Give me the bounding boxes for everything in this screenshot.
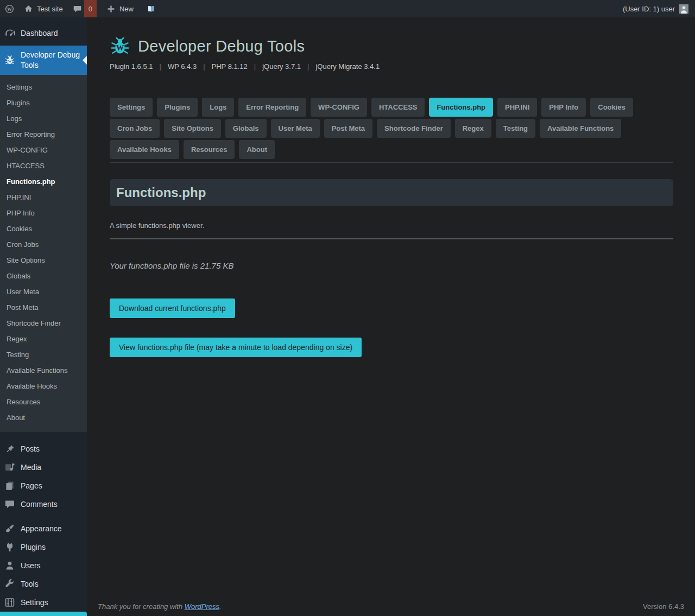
sidebar-item-dashboard[interactable]: Dashboard bbox=[0, 24, 87, 42]
tab-settings[interactable]: Settings bbox=[110, 98, 153, 117]
comment-count: 0 bbox=[89, 5, 92, 13]
collapse-menu-button[interactable]: Collapse menu bbox=[0, 612, 87, 616]
file-size-info: Your functions.php file is 21.75 KB bbox=[110, 261, 673, 270]
tab-error-reporting[interactable]: Error Reporting bbox=[238, 98, 306, 117]
docs-menu[interactable] bbox=[142, 0, 161, 17]
submenu-cron-jobs[interactable]: Cron Jobs bbox=[0, 237, 87, 252]
sidebar-item-label: Media bbox=[21, 462, 41, 473]
tab-cookies[interactable]: Cookies bbox=[590, 98, 633, 117]
user-label: (User ID: 1) user bbox=[623, 5, 675, 13]
sidebar-item-users[interactable]: Users bbox=[0, 556, 87, 575]
page-header: W Developer Debug Tools bbox=[110, 36, 673, 56]
sidebar-item-settings[interactable]: Settings bbox=[0, 593, 87, 612]
tab-about[interactable]: About bbox=[239, 140, 275, 159]
tab-regex[interactable]: Regex bbox=[455, 119, 491, 138]
tab-testing[interactable]: Testing bbox=[496, 119, 535, 138]
tab-resources[interactable]: Resources bbox=[184, 140, 235, 159]
sidebar-item-media[interactable]: Media bbox=[0, 458, 87, 477]
submenu-testing[interactable]: Testing bbox=[0, 347, 87, 363]
tab-php-info[interactable]: PHP Info bbox=[541, 98, 586, 117]
tab-wp-config[interactable]: WP-CONFIG bbox=[311, 98, 367, 117]
sidebar-item-tools[interactable]: Tools bbox=[0, 575, 87, 593]
plugin-submenu: Settings Plugins Logs Error Reporting WP… bbox=[0, 75, 87, 432]
tab-user-meta[interactable]: User Meta bbox=[271, 119, 320, 138]
main-content: W Developer Debug Tools Plugin 1.6.5.1 |… bbox=[87, 17, 695, 616]
pages-icon bbox=[4, 480, 15, 491]
tab-logs[interactable]: Logs bbox=[202, 98, 234, 117]
submenu-available-hooks[interactable]: Available Hooks bbox=[0, 378, 87, 394]
submenu-available-functions[interactable]: Available Functions bbox=[0, 363, 87, 378]
submenu-cookies[interactable]: Cookies bbox=[0, 221, 87, 237]
tab-row-1: Settings Plugins Logs Error Reporting WP… bbox=[110, 98, 673, 117]
jquery-migrate-version: jQuery Migrate 3.4.1 bbox=[315, 62, 380, 71]
sidebar-item-plugins[interactable]: Plugins bbox=[0, 538, 87, 556]
submenu-site-options[interactable]: Site Options bbox=[0, 252, 87, 268]
user-avatar bbox=[679, 4, 688, 14]
tab-htaccess[interactable]: HTACCESS bbox=[371, 98, 425, 117]
download-functions-button[interactable]: Download current functions.php bbox=[110, 299, 235, 318]
comments-menu[interactable] bbox=[68, 0, 84, 17]
submenu-shortcode-finder[interactable]: Shortcode Finder bbox=[0, 315, 87, 331]
wordpress-link[interactable]: WordPress bbox=[185, 602, 219, 611]
submenu-error-reporting[interactable]: Error Reporting bbox=[0, 126, 87, 142]
view-functions-button[interactable]: View functions.php file (may take a minu… bbox=[110, 338, 362, 357]
submenu-logs[interactable]: Logs bbox=[0, 111, 87, 126]
comment-bubble-icon bbox=[73, 4, 82, 14]
comment-count-badge[interactable]: 0 bbox=[84, 0, 97, 17]
sidebar-item-appearance[interactable]: Appearance bbox=[0, 519, 87, 538]
wordpress-logo-icon: W bbox=[5, 4, 14, 14]
sidebar-item-label: Tools bbox=[21, 579, 39, 589]
plus-icon bbox=[106, 4, 116, 14]
site-name: Test site bbox=[37, 5, 63, 13]
submenu-globals[interactable]: Globals bbox=[0, 268, 87, 284]
submenu-user-meta[interactable]: User Meta bbox=[0, 284, 87, 300]
meta-divider: | bbox=[254, 62, 256, 71]
tab-post-meta[interactable]: Post Meta bbox=[324, 119, 372, 138]
bug-icon: W bbox=[4, 55, 15, 66]
sidebar-item-posts[interactable]: Posts bbox=[0, 440, 87, 458]
user-icon bbox=[4, 560, 15, 571]
sidebar-item-label: Plugins bbox=[21, 542, 46, 553]
admin-sidebar: Dashboard W Developer Debug Tools Settin… bbox=[0, 17, 87, 616]
submenu-wp-config[interactable]: WP-CONFIG bbox=[0, 142, 87, 158]
tab-cron-jobs[interactable]: Cron Jobs bbox=[110, 119, 160, 138]
visit-site-link[interactable]: Test site bbox=[19, 0, 68, 17]
wordpress-logo-menu[interactable]: W bbox=[0, 0, 19, 17]
settings-sliders-icon bbox=[4, 597, 15, 608]
submenu-php-info[interactable]: PHP Info bbox=[0, 205, 87, 221]
tab-shortcode-finder[interactable]: Shortcode Finder bbox=[377, 119, 451, 138]
submenu-regex[interactable]: Regex bbox=[0, 331, 87, 347]
tab-row-3: Available Hooks Resources About bbox=[110, 140, 673, 159]
footer-thanks-period: . bbox=[219, 602, 222, 611]
tab-site-options[interactable]: Site Options bbox=[164, 119, 221, 138]
tab-functions-php[interactable]: Functions.php bbox=[429, 98, 493, 117]
submenu-settings[interactable]: Settings bbox=[0, 79, 87, 95]
sidebar-item-label: Settings bbox=[21, 598, 48, 608]
tab-row-2: Cron Jobs Site Options Globals User Meta… bbox=[110, 119, 673, 138]
my-account-menu[interactable]: (User ID: 1) user bbox=[623, 0, 695, 17]
dashboard-gauge-icon bbox=[4, 28, 15, 39]
bug-icon: W bbox=[110, 36, 130, 56]
submenu-post-meta[interactable]: Post Meta bbox=[0, 300, 87, 315]
sidebar-item-developer-debug-tools[interactable]: W Developer Debug Tools bbox=[0, 46, 87, 75]
submenu-functions-php[interactable]: Functions.php bbox=[0, 174, 87, 189]
sidebar-item-pages[interactable]: Pages bbox=[0, 477, 87, 495]
tab-available-hooks[interactable]: Available Hooks bbox=[110, 140, 179, 159]
svg-text:W: W bbox=[8, 59, 12, 63]
tab-globals[interactable]: Globals bbox=[225, 119, 267, 138]
sidebar-item-comments[interactable]: Comments bbox=[0, 495, 87, 513]
new-content-menu[interactable]: New bbox=[102, 0, 138, 17]
tab-available-functions[interactable]: Available Functions bbox=[540, 119, 621, 138]
tab-php-ini[interactable]: PHP.INI bbox=[497, 98, 537, 117]
sidebar-item-label: Developer Debug Tools bbox=[21, 50, 83, 71]
pushpin-icon bbox=[4, 443, 15, 454]
submenu-about[interactable]: About bbox=[0, 410, 87, 426]
section-title-panel: Functions.php bbox=[110, 179, 673, 206]
submenu-php-ini[interactable]: PHP.INI bbox=[0, 189, 87, 205]
tab-plugins[interactable]: Plugins bbox=[157, 98, 198, 117]
submenu-plugins[interactable]: Plugins bbox=[0, 95, 87, 111]
menu-separator bbox=[0, 513, 87, 519]
version-meta: Plugin 1.6.5.1 | WP 6.4.3 | PHP 8.1.12 |… bbox=[110, 62, 673, 71]
submenu-resources[interactable]: Resources bbox=[0, 394, 87, 410]
submenu-htaccess[interactable]: HTACCESS bbox=[0, 158, 87, 174]
